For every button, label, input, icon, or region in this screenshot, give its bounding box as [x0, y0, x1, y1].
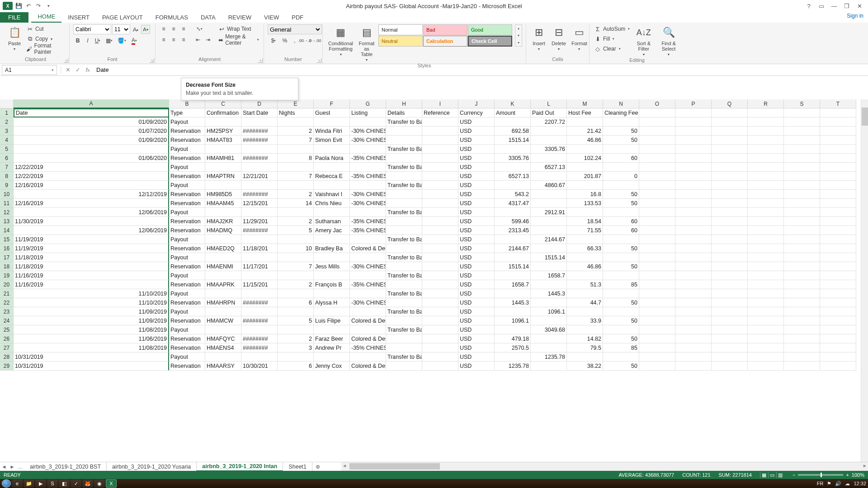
- cell-11-S[interactable]: [784, 199, 820, 208]
- normal-view-icon[interactable]: ▦: [760, 472, 768, 478]
- cell-2-I[interactable]: [422, 117, 458, 127]
- cell-27-B[interactable]: Reservation: [169, 343, 205, 352]
- cell-20-L[interactable]: [531, 280, 567, 289]
- row-head-7[interactable]: 7: [0, 163, 14, 172]
- cell-15-R[interactable]: [748, 235, 784, 244]
- cell-25-F[interactable]: [314, 325, 350, 334]
- cell-16-C[interactable]: HMAED2Q: [205, 244, 241, 253]
- cell-17-P[interactable]: [675, 253, 712, 262]
- col-head-C[interactable]: C: [205, 99, 241, 108]
- cell-24-J[interactable]: USD: [458, 316, 495, 325]
- cell-26-J[interactable]: USD: [458, 334, 495, 343]
- cell-16-H[interactable]: [386, 244, 422, 253]
- cell-21-T[interactable]: [820, 289, 856, 298]
- cell-4-D[interactable]: ########: [241, 136, 278, 145]
- cell-7-K[interactable]: [495, 163, 531, 172]
- cell-2-Q[interactable]: [712, 117, 748, 127]
- cell-16-T[interactable]: [820, 244, 856, 253]
- cell-22-F[interactable]: Alyssa H: [314, 298, 350, 307]
- cell-10-S[interactable]: [784, 190, 820, 199]
- cell-23-K[interactable]: [495, 307, 531, 316]
- cell-8-F[interactable]: Rebecca E: [314, 172, 350, 181]
- align-left-icon[interactable]: ≡: [159, 35, 168, 44]
- col-head-R[interactable]: R: [748, 99, 784, 108]
- cell-29-G[interactable]: Colored & Design Villa 3 BDR, 10: [350, 361, 386, 371]
- number-format-select[interactable]: General: [268, 24, 322, 34]
- style-calculation[interactable]: Calculation: [423, 36, 467, 47]
- cell-11-N[interactable]: 50: [603, 199, 639, 208]
- horizontal-scrollbar[interactable]: ◄ ►: [341, 462, 868, 471]
- cell-9-P[interactable]: [675, 181, 712, 190]
- cell-4-P[interactable]: [675, 136, 712, 145]
- cell-3-G[interactable]: -30% CHINESE NY SPECIAL PROMO: [350, 127, 386, 136]
- cell-14-A[interactable]: 12/06/2019: [14, 226, 169, 235]
- cell-13-G[interactable]: -35% CHINESE NY SPECIAL PROMO: [350, 217, 386, 226]
- cell-5-G[interactable]: [350, 145, 386, 154]
- format-painter-button[interactable]: 🖌Format Painter: [25, 44, 66, 53]
- cell-23-B[interactable]: Payout: [169, 307, 205, 316]
- col-head-T[interactable]: T: [820, 99, 856, 108]
- col-head-P[interactable]: P: [675, 99, 712, 108]
- cell-24-P[interactable]: [675, 316, 712, 325]
- cell-25-C[interactable]: [205, 325, 241, 334]
- taskbar-explorer-icon[interactable]: 📁: [24, 479, 34, 488]
- cell-16-F[interactable]: Bradley Ba: [314, 244, 350, 253]
- font-name-select[interactable]: Calibri: [73, 24, 111, 34]
- cell-14-F[interactable]: Amery Jac: [314, 226, 350, 235]
- cell-25-I[interactable]: [422, 325, 458, 334]
- cell-1-I[interactable]: Reference: [422, 108, 458, 117]
- cell-22-O[interactable]: [639, 298, 675, 307]
- cell-22-S[interactable]: [784, 298, 820, 307]
- cell-1-A[interactable]: Date: [14, 108, 169, 117]
- cell-23-E[interactable]: [278, 307, 314, 316]
- cell-22-M[interactable]: 44.7: [567, 298, 603, 307]
- bold-button[interactable]: B: [73, 36, 82, 45]
- cell-28-O[interactable]: [639, 352, 675, 361]
- view-buttons[interactable]: ▦▭▥: [760, 472, 784, 478]
- cell-12-J[interactable]: USD: [458, 208, 495, 217]
- cell-9-L[interactable]: 4860.67: [531, 181, 567, 190]
- cell-21-Q[interactable]: [712, 289, 748, 298]
- cell-3-B[interactable]: Reservation: [169, 127, 205, 136]
- cell-21-K[interactable]: [495, 289, 531, 298]
- cell-13-P[interactable]: [675, 217, 712, 226]
- cell-26-Q[interactable]: [712, 334, 748, 343]
- cell-1-L[interactable]: Paid Out: [531, 108, 567, 117]
- cell-grid[interactable]: ABCDEFGHIJKLMNOPQRST1DateTypeConfirmatio…: [0, 99, 868, 371]
- cell-17-C[interactable]: [205, 253, 241, 262]
- cell-19-F[interactable]: [314, 271, 350, 280]
- cell-1-E[interactable]: Nights: [278, 108, 314, 117]
- cell-10-F[interactable]: Vaishnavi I: [314, 190, 350, 199]
- cell-11-Q[interactable]: [712, 199, 748, 208]
- cell-25-N[interactable]: [603, 325, 639, 334]
- row-head-15[interactable]: 15: [0, 235, 14, 244]
- col-head-G[interactable]: G: [350, 99, 386, 108]
- cell-2-T[interactable]: [820, 117, 856, 127]
- cell-23-R[interactable]: [748, 307, 784, 316]
- cell-27-I[interactable]: [422, 343, 458, 352]
- save-icon[interactable]: 💾: [14, 2, 23, 10]
- cell-13-Q[interactable]: [712, 217, 748, 226]
- cell-styles-gallery[interactable]: Normal Bad Good Neutral Calculation Chec…: [378, 24, 514, 47]
- cell-25-A[interactable]: 11/08/2019: [14, 325, 169, 334]
- cell-6-S[interactable]: [784, 154, 820, 163]
- cell-2-K[interactable]: [495, 117, 531, 127]
- cell-14-H[interactable]: [386, 226, 422, 235]
- cell-12-B[interactable]: Payout: [169, 208, 205, 217]
- cell-4-B[interactable]: Reservation: [169, 136, 205, 145]
- cell-15-M[interactable]: [567, 235, 603, 244]
- cell-15-C[interactable]: [205, 235, 241, 244]
- row-head-19[interactable]: 19: [0, 271, 14, 280]
- cell-28-R[interactable]: [748, 352, 784, 361]
- alignment-launcher[interactable]: ↘: [258, 58, 263, 63]
- cell-6-E[interactable]: 8: [278, 154, 314, 163]
- cell-23-T[interactable]: [820, 307, 856, 316]
- cell-28-C[interactable]: [205, 352, 241, 361]
- fill-button[interactable]: ⬇Fill▾: [593, 34, 631, 43]
- cell-14-R[interactable]: [748, 226, 784, 235]
- tab-page-layout[interactable]: PAGE LAYOUT: [96, 12, 149, 23]
- col-head-H[interactable]: H: [386, 99, 422, 108]
- cell-19-B[interactable]: Payout: [169, 271, 205, 280]
- cell-16-N[interactable]: 50: [603, 244, 639, 253]
- zoom-out-icon[interactable]: −: [793, 472, 795, 478]
